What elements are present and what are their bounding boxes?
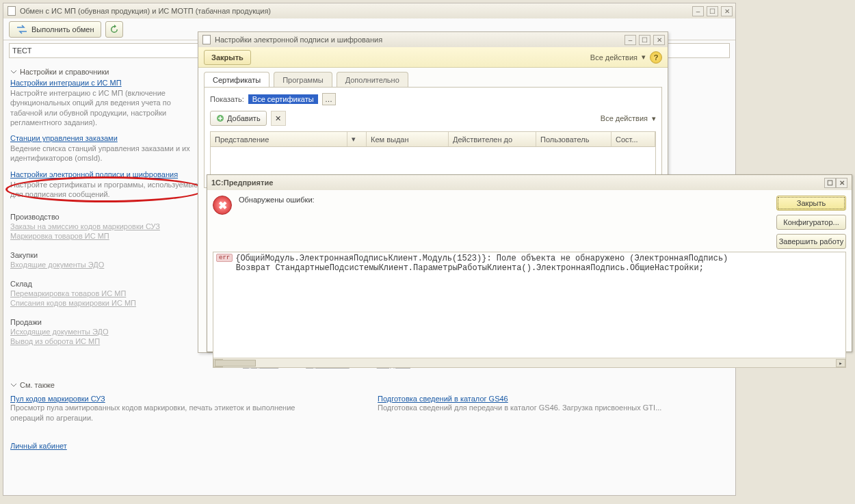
error-line-1: {ОбщийМодуль.ЭлектроннаяПодписьКлиент.Мо… <box>235 254 728 263</box>
dropdown-icon: ▾ <box>652 114 656 123</box>
col-valid-until[interactable]: Действителен до <box>449 132 536 146</box>
col-issued-by[interactable]: Кем выдан <box>367 132 449 146</box>
show-label: Показать: <box>210 95 244 103</box>
settings-toolbar: Закрыть Все действия ▾ ? <box>198 47 668 68</box>
error-message-area[interactable]: err{ОбщийМодуль.ЭлектроннаяПодписьКлиент… <box>213 252 846 368</box>
tab-extra[interactable]: Дополнительно <box>337 72 408 87</box>
col-sort-icon[interactable]: ▾ <box>347 132 367 146</box>
horizontal-scrollbar[interactable]: ◂ ▸ <box>213 358 845 367</box>
show-picker-button[interactable]: … <box>322 93 336 105</box>
exchange-icon <box>16 25 27 34</box>
all-actions-dropdown[interactable]: Все действия ▾ <box>590 53 646 62</box>
settings-title: Настройки электронной подписи и шифрован… <box>215 36 624 44</box>
section-seealso[interactable]: См. также <box>10 381 728 389</box>
run-exchange-button[interactable]: Выполнить обмен <box>9 21 101 38</box>
plus-icon <box>216 114 224 122</box>
minimize-icon[interactable]: – <box>692 6 704 16</box>
main-title: Обмен с ИС МП (обувная продукция) и ИС М… <box>20 7 692 15</box>
error-titlebar: 1С:Предприятие ☐ ✕ <box>207 175 852 190</box>
error-line-2: Возврат СтандартныеПодсистемыКлиент.Пара… <box>236 263 704 273</box>
link-code-pool[interactable]: Пул кодов маркировки СУЗ <box>10 395 105 403</box>
close-button[interactable]: Закрыть <box>204 50 251 65</box>
chevron-down-icon <box>10 68 17 75</box>
dropdown-icon: ▾ <box>642 53 646 62</box>
main-titlebar: Обмен с ИС МП (обувная продукция) и ИС М… <box>3 3 735 18</box>
refresh-button[interactable] <box>105 21 123 38</box>
search-value: ТЕСТ <box>12 47 31 55</box>
document-icon <box>202 35 211 44</box>
error-close-button[interactable]: Закрыть <box>776 196 846 211</box>
cert-grid-header: Представление ▾ Кем выдан Действителен д… <box>210 131 656 146</box>
add-button[interactable]: Добавить <box>210 111 267 126</box>
error-badge: err <box>216 254 233 262</box>
error-configurator-button[interactable]: Конфигуратор... <box>776 215 846 230</box>
show-selection[interactable]: Все сертификаты <box>248 94 318 104</box>
close-icon[interactable]: ✕ <box>653 35 665 45</box>
desc-stations: Ведение списка станций управления заказа… <box>10 144 202 163</box>
maximize-icon[interactable]: ☐ <box>824 178 836 188</box>
close-icon[interactable]: ✕ <box>836 178 847 188</box>
desc-gs46: Подготовка сведений для передачи в катал… <box>378 403 692 412</box>
help-icon[interactable]: ? <box>650 51 662 64</box>
col-user[interactable]: Пользователь <box>536 132 611 146</box>
scroll-thumb[interactable] <box>215 360 256 367</box>
tab-panel: Показать: Все сертификаты … Добавить ✕ В… <box>204 87 662 188</box>
desc-code-pool: Просмотр пула эмитированных кодов маркир… <box>10 403 325 423</box>
refresh-icon <box>109 25 119 34</box>
error-window: 1С:Предприятие ☐ ✕ ✖ Обнаружены ошибки: … <box>207 174 852 352</box>
tab-certificates[interactable]: Сертификаты <box>204 72 269 87</box>
delete-button[interactable]: ✕ <box>271 111 286 126</box>
link-personal-cabinet[interactable]: Личный кабинет <box>10 442 728 450</box>
col-state[interactable]: Сост... <box>611 132 655 146</box>
settings-titlebar: Настройки электронной подписи и шифрован… <box>198 32 668 47</box>
error-end-work-button[interactable]: Завершить работу <box>776 234 846 249</box>
maximize-icon[interactable]: ☐ <box>707 6 718 16</box>
error-icon: ✖ <box>213 196 232 215</box>
desc-sign: Настройте сертификаты и программы, испол… <box>10 180 202 200</box>
tab-programs[interactable]: Программы <box>274 72 332 87</box>
tab-bar: Сертификаты Программы Дополнительно <box>204 72 662 87</box>
run-exchange-label: Выполнить обмен <box>31 25 94 34</box>
error-title: 1С:Предприятие <box>211 178 273 187</box>
desc-integration: Настройте интеграцию с ИС МП (включение … <box>10 88 202 127</box>
scroll-right-icon[interactable]: ▸ <box>836 359 845 367</box>
col-representation[interactable]: Представление <box>211 132 347 146</box>
link-gs46[interactable]: Подготовка сведений в каталог GS46 <box>378 395 508 403</box>
error-heading: Обнаружены ошибки: <box>239 196 315 204</box>
maximize-icon[interactable]: ☐ <box>639 35 650 45</box>
minimize-icon[interactable]: – <box>624 35 636 45</box>
chevron-down-icon <box>10 382 17 388</box>
grid-all-actions-dropdown[interactable]: Все действия ▾ <box>601 114 656 123</box>
close-icon[interactable]: ✕ <box>721 6 733 16</box>
document-icon <box>8 6 16 16</box>
